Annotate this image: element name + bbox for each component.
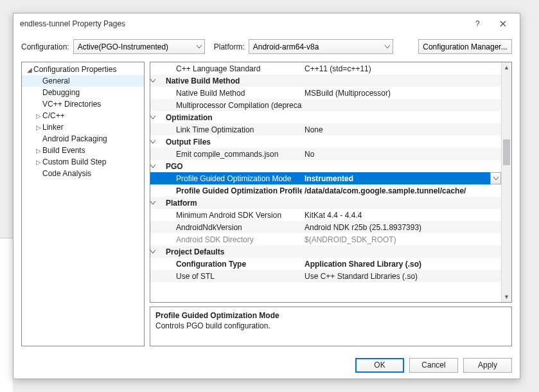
tree-item-label: Custom Build Step: [42, 157, 106, 166]
property-row[interactable]: Native Build MethodMSBuild (Multiprocess…: [150, 87, 501, 99]
property-name: Native Build Method: [163, 76, 312, 85]
expand-icon[interactable]: ▷: [35, 112, 42, 120]
property-name: Output Files: [163, 138, 312, 147]
property-row[interactable]: Multiprocessor Compilation (deprecated): [150, 99, 501, 111]
property-category[interactable]: Native Build Method: [150, 75, 501, 87]
category-tree[interactable]: ◢ Configuration Properties GeneralDebugg…: [21, 62, 145, 346]
scroll-down-icon[interactable]: ▼: [502, 292, 511, 302]
collapse-icon[interactable]: [150, 201, 163, 205]
collapse-icon[interactable]: [150, 250, 163, 254]
platform-combo[interactable]: Android-arm64-v8a: [249, 39, 393, 54]
property-value[interactable]: Application Shared Library (.so): [302, 260, 501, 269]
tree-item-label: Linker: [42, 123, 64, 132]
close-button[interactable]: [490, 15, 516, 33]
property-name: Profile Guided Optimization Profiles: [163, 186, 302, 195]
property-name: Profile Guided Optimization Mode: [163, 174, 302, 183]
property-name: PGO: [163, 162, 312, 171]
property-value[interactable]: /data/data/com.google.sample.tunnel/cach…: [302, 186, 501, 195]
property-value[interactable]: Use C++ Standard Libraries (.so): [302, 272, 501, 281]
tree-item-label: Code Analysis: [42, 169, 91, 178]
titlebar: endless-tunnel Property Pages ?: [13, 13, 520, 34]
property-category[interactable]: Output Files: [150, 136, 501, 148]
svg-text:?: ?: [475, 19, 480, 28]
expand-icon[interactable]: ▷: [35, 147, 42, 154]
property-value[interactable]: KitKat 4.4 - 4.4.4: [302, 211, 501, 220]
scroll-up-icon[interactable]: ▲: [502, 62, 511, 73]
tree-item-linker[interactable]: ▷Linker: [22, 121, 144, 133]
tree-item-code-analysis[interactable]: Code Analysis: [22, 168, 144, 179]
configuration-value: Active(PGO-Instrumented): [78, 42, 168, 51]
property-category[interactable]: PGO: [150, 160, 501, 172]
property-value[interactable]: C++11 (std=c++11): [302, 64, 501, 73]
property-row[interactable]: Use of STLUse C++ Standard Libraries (.s…: [150, 270, 501, 282]
property-pages-dialog: endless-tunnel Property Pages ? Configur…: [13, 13, 520, 379]
property-row[interactable]: Profile Guided Optimization ModeInstrume…: [150, 172, 501, 184]
property-row[interactable]: Profile Guided Optimization Profiles/dat…: [150, 184, 501, 197]
property-category[interactable]: Optimization: [150, 111, 501, 123]
collapse-icon[interactable]: [150, 116, 163, 120]
expand-icon[interactable]: ▷: [35, 124, 42, 131]
scrollbar[interactable]: ▲ ▼: [501, 62, 511, 302]
configuration-manager-button[interactable]: Configuration Manager...: [418, 39, 512, 54]
collapse-icon[interactable]: [150, 165, 163, 168]
property-grid[interactable]: C++ Language StandardC++11 (std=c++11)Na…: [150, 62, 512, 303]
property-name: Emit compile_commands.json: [163, 150, 302, 159]
property-row[interactable]: Android SDK Directory$(ANDROID_SDK_ROOT): [150, 233, 501, 245]
collapse-icon[interactable]: [150, 140, 163, 144]
config-bar: Configuration: Active(PGO-Instrumented) …: [13, 34, 520, 59]
cancel-button[interactable]: Cancel: [409, 358, 458, 373]
tree-item-custom-build-step[interactable]: ▷Custom Build Step: [22, 156, 144, 168]
apply-button[interactable]: Apply: [463, 358, 512, 373]
window-title: endless-tunnel Property Pages: [20, 19, 464, 28]
property-value[interactable]: Instrumented: [302, 174, 501, 183]
dropdown-button[interactable]: [490, 172, 501, 184]
property-value[interactable]: No: [302, 150, 501, 159]
property-name: Multiprocessor Compilation (deprecated): [163, 101, 302, 110]
configuration-label: Configuration:: [21, 42, 69, 51]
tree-item-build-events[interactable]: ▷Build Events: [22, 145, 144, 156]
property-row[interactable]: C++ Language StandardC++11 (std=c++11): [150, 62, 501, 75]
tree-root[interactable]: ◢ Configuration Properties: [22, 64, 144, 75]
property-name: Configuration Type: [163, 260, 302, 269]
tree-item-vc-directories[interactable]: VC++ Directories: [22, 98, 144, 110]
platform-label: Platform:: [214, 42, 245, 51]
property-row[interactable]: Link Time OptimizationNone: [150, 123, 501, 136]
property-value[interactable]: Android NDK r25b (25.1.8937393): [302, 223, 501, 232]
collapse-icon[interactable]: [150, 79, 163, 83]
property-name: Native Build Method: [163, 89, 302, 98]
property-name: Minimum Android SDK Version: [163, 211, 302, 220]
property-value[interactable]: None: [302, 125, 501, 134]
property-category[interactable]: Platform: [150, 197, 501, 209]
property-value[interactable]: $(ANDROID_SDK_ROOT): [302, 235, 501, 244]
property-name: Project Defaults: [163, 247, 312, 256]
description-panel: Profile Guided Optimization Mode Control…: [150, 307, 512, 346]
property-row[interactable]: Configuration TypeApplication Shared Lib…: [150, 258, 501, 270]
property-name: Platform: [163, 199, 312, 208]
tree-item-debugging[interactable]: Debugging: [22, 87, 144, 98]
description-text: Controls PGO build configuration.: [155, 321, 506, 330]
property-name: C++ Language Standard: [163, 64, 302, 73]
expand-icon[interactable]: ▷: [35, 159, 42, 166]
property-category[interactable]: Project Defaults: [150, 245, 501, 258]
property-row[interactable]: Emit compile_commands.jsonNo: [150, 148, 501, 160]
property-row[interactable]: AndroidNdkVersionAndroid NDK r25b (25.1.…: [150, 221, 501, 233]
property-value[interactable]: MSBuild (Multiprocessor): [302, 89, 501, 98]
scrollbar-thumb[interactable]: [503, 139, 510, 165]
tree-item-label: Debugging: [42, 88, 80, 97]
help-button[interactable]: ?: [464, 15, 490, 33]
collapse-icon[interactable]: ◢: [26, 66, 33, 73]
tree-item-general[interactable]: General: [22, 75, 144, 87]
tree-item-label: Build Events: [42, 146, 85, 155]
ok-button[interactable]: OK: [355, 358, 404, 373]
chevron-down-icon: [197, 45, 202, 49]
platform-value: Android-arm64-v8a: [253, 42, 319, 51]
property-name: Optimization: [163, 113, 312, 122]
chevron-down-icon: [385, 45, 390, 49]
configuration-combo[interactable]: Active(PGO-Instrumented): [73, 39, 205, 54]
tree-item-label: VC++ Directories: [42, 100, 101, 109]
tree-item-android-packaging[interactable]: Android Packaging: [22, 133, 144, 145]
property-row[interactable]: Minimum Android SDK VersionKitKat 4.4 - …: [150, 209, 501, 221]
tree-item-c-c-[interactable]: ▷C/C++: [22, 110, 144, 121]
property-name: AndroidNdkVersion: [163, 223, 302, 232]
tree-item-label: Android Packaging: [42, 134, 107, 143]
